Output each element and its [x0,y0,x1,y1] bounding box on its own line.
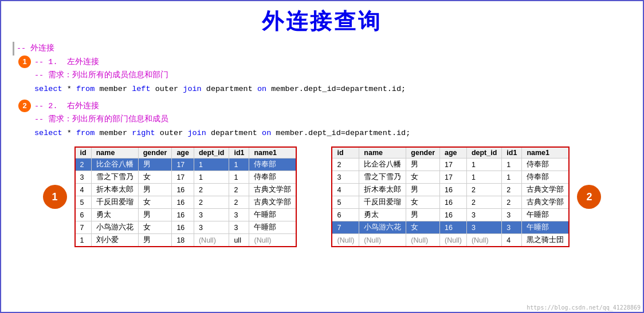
table-2-header: id name gender age dept_id id1 name1 [332,147,569,159]
table-row: 1 [466,171,501,184]
col-name1: name1 [522,147,570,159]
table-row: 5 [332,196,359,209]
table-row: 千反田爱瑠 [91,196,138,209]
table-row: (Null) [406,234,440,247]
comment-left-join: -- 1. 左外连接 [34,56,99,69]
sql-2: select * from member right outer join de… [18,126,631,140]
comment-right-join: -- 2. 右外连接 [34,100,99,113]
table-row: 2 [194,184,229,196]
col-dept-id: dept_id [466,147,501,159]
col-id: id [75,147,92,159]
table-row: 2 [502,196,522,209]
result-table-1: id name gender age dept_id id1 name1 2比企… [74,146,297,247]
table-row: 18 [172,234,194,247]
table-row: 雪之下雪乃 [359,171,406,184]
table-1-header: id name gender age dept_id id1 name1 [75,147,297,159]
table-row: 女 [138,196,172,209]
badge-1: 1 [18,56,31,68]
table-2-body: 2比企谷八幡男1711侍奉部3雪之下雪乃女1711侍奉部4折木奉太郎男1622古… [332,159,569,247]
table-row: 1 [229,159,249,171]
comment-req-1: -- 需求：列出所有的成员信息和部门 [34,71,168,80]
table-1-body: 2比企谷八幡男1711侍奉部3雪之下雪乃女1711侍奉部4折木奉太郎男1622古… [75,159,297,247]
table-row: 比企谷八幡 [359,159,406,171]
table-row: 1 [75,234,92,247]
table-row: (Null) [332,234,359,247]
table-row: 3 [75,171,92,184]
col-name1: name1 [249,147,297,159]
sql-1: select * from member left outer join dep… [18,82,631,96]
table-row: 2 [332,159,359,171]
table-row: 6 [332,209,359,221]
table-row: 午睡部 [249,209,297,221]
table-row: ull [229,234,249,247]
table-row: 1 [502,171,522,184]
table-row: 男 [138,159,172,171]
col-age: age [172,147,194,159]
table-row: 古典文学部 [249,184,297,196]
table-row: 2 [194,196,229,209]
table-row: 16 [172,184,194,196]
table-row: 3 [229,209,249,221]
badge-2: 2 [18,100,31,112]
table-row: 男 [138,184,172,196]
table-row: 侍奉部 [522,159,570,171]
table-row: 男 [138,209,172,221]
table-row: 女 [406,196,440,209]
table-1-label: 1 [43,185,67,209]
table-row: 古典文学部 [522,196,570,209]
table-row: 17 [440,171,467,184]
table-row: 勇太 [91,209,138,221]
table-row: 17 [440,159,467,171]
table-row: 小鸟游六花 [91,221,138,234]
table-row: 比企谷八幡 [91,159,138,171]
table-row: 刘小爱 [91,234,138,247]
comment-outer-join: -- 外连接 [17,44,54,53]
table-row: 午睡部 [522,209,570,221]
table-row: 16 [440,209,467,221]
table-row: 4 [502,234,522,247]
table-row: 3 [502,221,522,234]
table-row: 勇太 [359,209,406,221]
table-row: 3 [332,171,359,184]
table-row: 侍奉部 [249,159,297,171]
col-id1: id1 [229,147,249,159]
table-row: (Null) [440,234,467,247]
table-row: 男 [406,184,440,196]
table-row: 侍奉部 [249,171,297,184]
table-row: 女 [138,221,172,234]
table-row: 千反田爱瑠 [359,196,406,209]
table-row: 6 [75,209,92,221]
col-age: age [440,147,467,159]
table-row: 7 [75,221,92,234]
table-row: 2 [502,184,522,196]
table-row: 3 [466,209,501,221]
table-row: 折木奉太郎 [91,184,138,196]
table-row: 16 [172,209,194,221]
table-row: 黒之骑士団 [522,234,570,247]
table-row: 2 [466,184,501,196]
table-row: 女 [406,221,440,234]
table-row: 女 [138,171,172,184]
table-row: 17 [172,171,194,184]
table-2-container: id name gender age dept_id id1 name1 2比企… [331,146,570,247]
table-row: 1 [194,171,229,184]
table-row: 4 [332,184,359,196]
col-name: name [91,147,138,159]
comment-req-2: -- 需求：列出所有的部门信息和成员 [34,115,168,124]
table-row: 5 [75,196,92,209]
table-row: 1 [194,159,229,171]
table-row: 折木奉太郎 [359,184,406,196]
table-row: 午睡部 [249,221,297,234]
table-row: 午睡部 [522,221,570,234]
table-row: 16 [172,196,194,209]
table-row: 3 [229,221,249,234]
table-row: 16 [440,184,467,196]
table-row: 3 [194,221,229,234]
col-gender: gender [406,147,440,159]
table-row: 16 [440,196,467,209]
result-table-2: id name gender age dept_id id1 name1 2比企… [331,146,570,247]
table-row: 女 [406,171,440,184]
table-row: (Null) [194,234,229,247]
col-id: id [332,147,359,159]
table-row: 2 [466,196,501,209]
